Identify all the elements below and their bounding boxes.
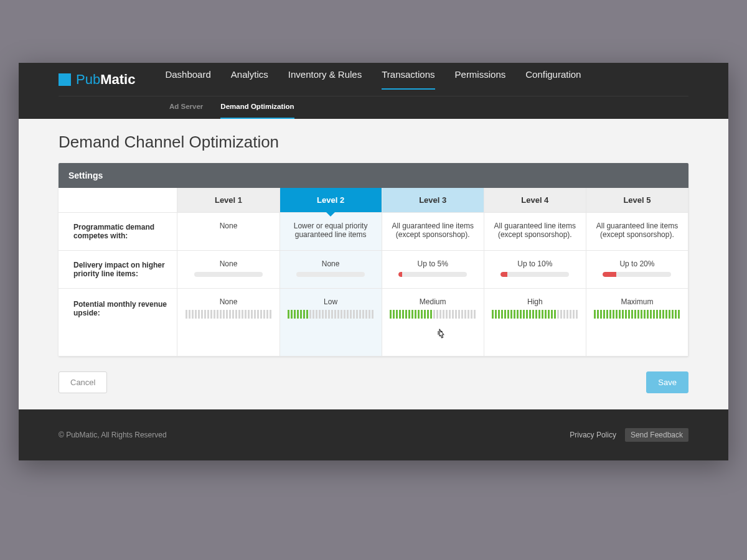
revenue-ticks xyxy=(184,310,273,319)
revenue-label: None xyxy=(184,297,273,306)
delivery-label: Up to 5% xyxy=(388,259,477,268)
save-button[interactable]: Save xyxy=(646,371,688,393)
topbar: PubMatic DashboardAnalyticsInventory & R… xyxy=(19,63,728,119)
delivery-bar xyxy=(296,272,365,277)
revenue-ticks xyxy=(286,310,375,319)
cell-level-2[interactable]: None xyxy=(280,251,382,289)
main-nav: DashboardAnalyticsInventory & RulesTrans… xyxy=(165,69,581,90)
page-title: Demand Channel Optimization xyxy=(59,133,688,152)
delivery-label: Up to 10% xyxy=(491,259,580,268)
revenue-label: High xyxy=(491,297,580,306)
nav-item-inventory-rules[interactable]: Inventory & Rules xyxy=(288,69,362,90)
nav-item-permissions[interactable]: Permissions xyxy=(455,69,506,90)
level-header-1[interactable]: Level 1 xyxy=(177,188,280,213)
cell-level-3[interactable]: Up to 5% xyxy=(382,251,484,289)
privacy-policy-link[interactable]: Privacy Policy xyxy=(570,431,616,439)
subnav-item-ad-server[interactable]: Ad Server xyxy=(169,103,203,119)
levels-header-row: Level 1Level 2Level 3Level 4Level 5 xyxy=(59,188,688,213)
cell-level-5[interactable]: All guaranteed line items (except sponso… xyxy=(586,213,688,251)
nav-item-configuration[interactable]: Configuration xyxy=(525,69,581,90)
logo[interactable]: PubMatic xyxy=(59,72,135,88)
cell-level-5[interactable]: Up to 20% xyxy=(586,251,688,289)
row-label: Delivery impact on higher priority line … xyxy=(59,251,177,289)
delivery-bar xyxy=(398,272,467,277)
page-body: Demand Channel Optimization Settings Lev… xyxy=(19,119,728,409)
cell-level-3[interactable]: All guaranteed line items (except sponso… xyxy=(382,213,484,251)
cell-level-1[interactable]: None xyxy=(177,213,280,251)
cell-level-1[interactable]: None xyxy=(177,289,280,357)
level-header-5[interactable]: Level 5 xyxy=(586,188,688,213)
revenue-ticks xyxy=(593,310,682,319)
row-label: Potential monthly revenue upside: xyxy=(59,289,177,357)
cell-level-1[interactable]: None xyxy=(177,251,280,289)
panel-header: Settings xyxy=(59,163,688,188)
cell-level-4[interactable]: High xyxy=(484,289,586,357)
cell-level-5[interactable]: Maximum xyxy=(586,289,688,357)
revenue-ticks xyxy=(491,310,580,319)
logo-text-1: Pub xyxy=(76,72,100,87)
sub-nav: Ad ServerDemand Optimization xyxy=(59,96,688,119)
subnav-item-demand-optimization[interactable]: Demand Optimization xyxy=(220,103,294,119)
button-row: Cancel Save xyxy=(59,371,688,393)
level-header-3[interactable]: Level 3 xyxy=(382,188,484,213)
row-label: Programmatic demand competes with: xyxy=(59,213,177,251)
send-feedback-button[interactable]: Send Feedback xyxy=(625,428,688,442)
delivery-bar xyxy=(603,272,671,277)
nav-item-dashboard[interactable]: Dashboard xyxy=(165,69,210,90)
revenue-label: Low xyxy=(286,297,375,306)
table-corner xyxy=(59,188,177,213)
delivery-bar xyxy=(194,272,263,277)
delivery-label: None xyxy=(286,259,375,268)
footer-copyright: © PubMatic, All Rights Reserved xyxy=(59,431,167,439)
delivery-label: None xyxy=(184,259,273,268)
level-header-2[interactable]: Level 2 xyxy=(280,188,382,213)
delivery-label: Up to 20% xyxy=(593,259,682,268)
footer: © PubMatic, All Rights Reserved Privacy … xyxy=(19,409,728,460)
revenue-label: Medium xyxy=(388,297,477,306)
cell-level-4[interactable]: Up to 10% xyxy=(484,251,586,289)
level-header-4[interactable]: Level 4 xyxy=(484,188,586,213)
cell-level-4[interactable]: All guaranteed line items (except sponso… xyxy=(484,213,586,251)
revenue-ticks xyxy=(388,310,477,319)
app-window: PubMatic DashboardAnalyticsInventory & R… xyxy=(19,63,728,460)
cell-level-2[interactable]: Low xyxy=(280,289,382,357)
nav-item-analytics[interactable]: Analytics xyxy=(231,69,268,90)
logo-text-2: Matic xyxy=(100,72,135,87)
levels-body: Programmatic demand competes with:NoneLo… xyxy=(59,213,688,357)
cell-level-3[interactable]: Medium xyxy=(382,289,484,357)
revenue-label: Maximum xyxy=(593,297,682,306)
logo-mark-icon xyxy=(59,73,71,86)
nav-item-transactions[interactable]: Transactions xyxy=(382,69,435,90)
levels-table: Level 1Level 2Level 3Level 4Level 5 Prog… xyxy=(59,188,688,357)
cancel-button[interactable]: Cancel xyxy=(59,371,107,393)
delivery-bar xyxy=(500,272,569,277)
cell-level-2[interactable]: Lower or equal priority guaranteed line … xyxy=(280,213,382,251)
settings-panel: Settings Level 1Level 2Level 3Level 4Lev… xyxy=(59,163,688,357)
